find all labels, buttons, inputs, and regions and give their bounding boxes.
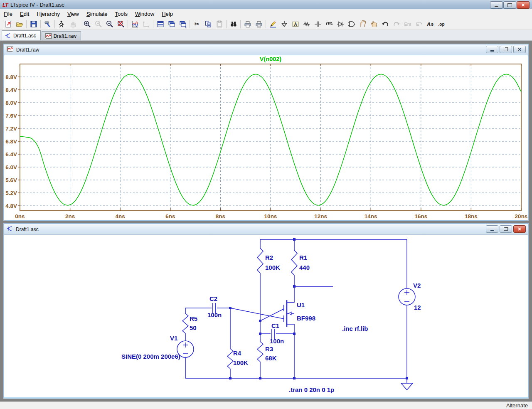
trace-legend[interactable]: V(n002) <box>260 56 282 62</box>
capacitor-icon <box>314 20 322 28</box>
label-U1-value[interactable]: BF998 <box>297 315 315 322</box>
move-button[interactable] <box>357 19 368 30</box>
resistor-R2[interactable] <box>257 239 263 321</box>
copy-button[interactable] <box>202 19 214 30</box>
label-R3-value[interactable]: 68K <box>265 355 277 362</box>
cut-button[interactable]: ✂ <box>191 19 202 30</box>
directive-include[interactable]: .inc rf.lib <box>342 325 368 333</box>
label-R1-ref[interactable]: R1 <box>299 254 307 261</box>
svg-text:14ns: 14ns <box>365 213 377 219</box>
cascade-windows-button[interactable] <box>166 19 177 30</box>
menu-window[interactable]: Window <box>131 10 158 18</box>
find-button[interactable] <box>228 19 239 30</box>
schematic-canvas[interactable]: R2 100K R1 440 U1 BF998 C1 100n R3 68K R… <box>4 235 528 397</box>
tab-draft1-asc[interactable]: Draft1.asc <box>2 30 41 40</box>
label-R2-value[interactable]: 100K <box>265 264 280 271</box>
rotate-icon: E <box>415 20 423 28</box>
resistor-R5[interactable] <box>182 308 188 341</box>
resistor-R3[interactable] <box>257 334 263 378</box>
component-button[interactable] <box>346 19 357 30</box>
tab-label: Draft1.raw <box>54 33 76 39</box>
menu-view[interactable]: View <box>64 10 83 18</box>
label-R2-ref[interactable]: R2 <box>265 254 273 261</box>
label-V1-value[interactable]: SINE(0 200m 200e6) <box>121 353 180 360</box>
undo-button[interactable] <box>379 19 391 30</box>
schematic-close-button[interactable]: ✕ <box>513 225 526 233</box>
source-V2[interactable] <box>399 239 415 378</box>
ground-button[interactable] <box>278 19 290 30</box>
autorange-y-button[interactable] <box>129 19 140 30</box>
zoom-full-extents-button[interactable] <box>115 19 126 30</box>
menu-help[interactable]: Help <box>158 10 177 18</box>
tile-windows-button[interactable] <box>155 19 166 30</box>
arrange-windows-button[interactable] <box>177 19 188 30</box>
tab-draft1-raw[interactable]: Draft1.raw <box>42 31 81 40</box>
maximize-button[interactable] <box>503 1 516 9</box>
ground-icon <box>280 20 288 28</box>
menu-simulate[interactable]: Simulate <box>83 10 111 18</box>
schematic-restore-button[interactable] <box>500 225 512 233</box>
menu-file[interactable]: File <box>0 10 16 18</box>
wave-restore-button[interactable] <box>500 46 512 53</box>
label-C1-ref[interactable]: C1 <box>271 323 279 330</box>
save-button[interactable] <box>28 19 39 30</box>
toolbar-separator <box>153 20 153 28</box>
svg-text:8ns: 8ns <box>216 213 225 219</box>
menu-hierarchy[interactable]: Hierarchy <box>33 10 64 18</box>
drag-button[interactable] <box>368 19 379 30</box>
print-button[interactable] <box>253 19 264 30</box>
label-C2-ref[interactable]: C2 <box>209 296 217 303</box>
label-U1-ref[interactable]: U1 <box>297 302 305 309</box>
tab-label: Draft1.asc <box>13 33 36 39</box>
label-R5-value[interactable]: 50 <box>190 325 197 332</box>
label-R3-ref[interactable]: R3 <box>265 346 273 353</box>
resistor-R1[interactable] <box>291 239 297 286</box>
schematic-minimize-button[interactable] <box>486 225 498 233</box>
close-icon: ✕ <box>521 3 525 7</box>
zoom-in-button[interactable] <box>81 19 93 30</box>
toolbar-separator <box>26 20 27 28</box>
print-preview-icon <box>244 20 252 28</box>
inductor-button[interactable] <box>323 19 335 30</box>
schematic-icon <box>7 226 13 233</box>
menu-edit[interactable]: Edit <box>16 10 33 18</box>
paste-button <box>214 19 225 30</box>
resistor-button[interactable] <box>301 19 312 30</box>
svg-text:7.2V: 7.2V <box>5 126 17 132</box>
capacitor-button[interactable] <box>312 19 323 30</box>
label-V1-ref[interactable]: V1 <box>170 335 177 342</box>
close-button[interactable]: ✕ <box>517 1 530 9</box>
draw-wire-button[interactable] <box>267 19 278 30</box>
zoom-out-icon <box>106 20 114 28</box>
net-label-button[interactable]: A <box>290 19 301 30</box>
label-V2-value[interactable]: 12 <box>414 304 421 311</box>
ground-symbol[interactable] <box>401 378 413 390</box>
wave-close-button[interactable]: ✕ <box>513 46 526 53</box>
label-R5-ref[interactable]: R5 <box>190 315 197 323</box>
svg-text:0ns: 0ns <box>15 213 25 219</box>
label-C2-value[interactable]: 100n <box>207 312 222 319</box>
label-R1-value[interactable]: 440 <box>299 264 310 271</box>
spice-directive-button[interactable]: .op <box>436 19 447 30</box>
new-schematic-button[interactable] <box>2 19 14 30</box>
directive-tran[interactable]: .tran 0 20n 0 1p <box>289 387 334 394</box>
minimize-button[interactable] <box>490 1 503 9</box>
label-V2-ref[interactable]: V2 <box>413 282 421 289</box>
zoom-out-button[interactable] <box>104 19 115 30</box>
label-C1-value[interactable]: 100n <box>270 338 284 345</box>
label-R4-value[interactable]: 100K <box>233 360 248 367</box>
resistor-R4[interactable] <box>227 308 233 378</box>
waveform-plot[interactable]: 4.8V5.2V5.6V6.0V6.4V6.8V7.2V7.6V8.0V8.4V… <box>4 55 528 222</box>
label-R4-ref[interactable]: R4 <box>233 350 241 357</box>
wave-minimize-button[interactable] <box>486 46 498 53</box>
menu-tools[interactable]: Tools <box>111 10 131 18</box>
run-button[interactable] <box>56 19 67 30</box>
mosfet-U1[interactable] <box>284 286 294 378</box>
arrange-windows-icon <box>179 20 187 28</box>
text-button[interactable]: Aa <box>424 19 436 30</box>
diode-button[interactable] <box>335 19 346 30</box>
print-preview-button[interactable] <box>242 19 253 30</box>
open-button[interactable] <box>14 19 25 30</box>
control-panel-button[interactable] <box>42 19 53 30</box>
minimize-icon <box>490 230 494 231</box>
